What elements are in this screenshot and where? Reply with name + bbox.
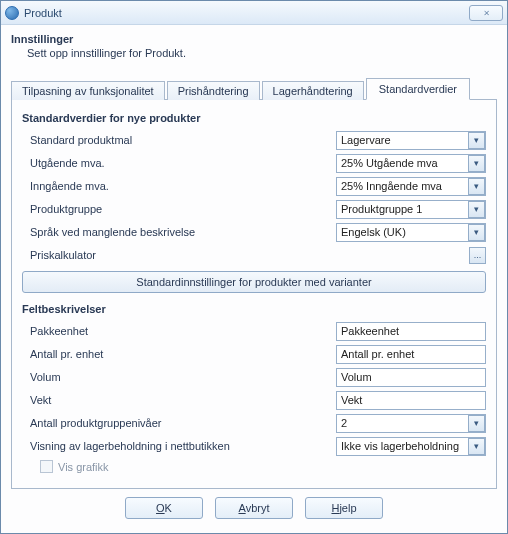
label-vat-out: Utgående mva.	[22, 157, 336, 169]
row-lang: Språk ved manglende beskrivelse Engelsk …	[22, 222, 486, 242]
label-template: Standard produktmal	[22, 134, 336, 146]
settings-subtitle: Sett opp innstillinger for Produkt.	[27, 47, 497, 59]
defaults-section-title: Standardverdier for nye produkter	[22, 112, 486, 124]
tab-pricing[interactable]: Prishåndtering	[167, 81, 260, 100]
help-button[interactable]: Hjelp	[305, 497, 383, 519]
row-volume: Volum Volum	[22, 367, 486, 387]
row-weight: Vekt Vekt	[22, 390, 486, 410]
label-group: Produktgruppe	[22, 203, 336, 215]
row-vat-out: Utgående mva. 25% Utgående mva ▾	[22, 153, 486, 173]
label-weight: Vekt	[22, 394, 336, 406]
chevron-down-icon: ▾	[468, 415, 485, 432]
variant-defaults-button[interactable]: Standardinnstillinger for produkter med …	[22, 271, 486, 293]
settings-heading: Innstillinger	[11, 33, 497, 45]
row-template: Standard produktmal Lagervare ▾	[22, 130, 486, 150]
tab-functionality[interactable]: Tilpasning av funksjonalitet	[11, 81, 165, 100]
dialog-footer: OK Avbryt Hjelp	[11, 489, 497, 529]
fields-section-title: Feltbeskrivelser	[22, 303, 486, 315]
label-show-graphics: Vis grafikk	[58, 461, 109, 473]
label-pack-unit: Pakkeenhet	[22, 325, 336, 337]
tab-inventory[interactable]: Lagerhåndtering	[262, 81, 364, 100]
close-button[interactable]: ⨉	[469, 5, 503, 21]
label-vat-in: Inngående mva.	[22, 180, 336, 192]
row-group: Produktgruppe Produktgruppe 1 ▾	[22, 199, 486, 219]
combo-vat-out[interactable]: 25% Utgående mva ▾	[336, 154, 486, 173]
chevron-down-icon: ▾	[468, 438, 485, 455]
checkbox-show-graphics[interactable]	[40, 460, 53, 473]
row-stock-show: Visning av lagerbeholdning i nettbutikke…	[22, 436, 486, 456]
row-per-unit: Antall pr. enhet Antall pr. enhet	[22, 344, 486, 364]
input-pack-unit[interactable]: Pakkeenhet	[336, 322, 486, 341]
pricecalc-browse-button[interactable]: ...	[469, 247, 486, 264]
chevron-down-icon: ▾	[468, 201, 485, 218]
label-group-levels: Antall produktgruppenivåer	[22, 417, 336, 429]
combo-vat-in[interactable]: 25% Inngående mva ▾	[336, 177, 486, 196]
cancel-button[interactable]: Avbryt	[215, 497, 293, 519]
input-volume[interactable]: Volum	[336, 368, 486, 387]
chevron-down-icon: ▾	[468, 155, 485, 172]
combo-lang[interactable]: Engelsk (UK) ▾	[336, 223, 486, 242]
chevron-down-icon: ▾	[468, 224, 485, 241]
tab-bar: Tilpasning av funksjonalitet Prishåndter…	[11, 77, 497, 100]
tab-panel-defaults: Standardverdier for nye produkter Standa…	[11, 100, 497, 489]
titlebar: Produkt ⨉	[1, 1, 507, 25]
combo-group[interactable]: Produktgruppe 1 ▾	[336, 200, 486, 219]
row-vat-in: Inngående mva. 25% Inngående mva ▾	[22, 176, 486, 196]
input-per-unit[interactable]: Antall pr. enhet	[336, 345, 486, 364]
combo-stock-show[interactable]: Ikke vis lagerbeholdning ▾	[336, 437, 486, 456]
label-volume: Volum	[22, 371, 336, 383]
chevron-down-icon: ▾	[468, 132, 485, 149]
row-show-graphics: Vis grafikk	[22, 460, 486, 473]
combo-group-levels[interactable]: 2 ▾	[336, 414, 486, 433]
label-stock-show: Visning av lagerbeholdning i nettbutikke…	[22, 440, 336, 452]
row-group-levels: Antall produktgruppenivåer 2 ▾	[22, 413, 486, 433]
row-pack-unit: Pakkeenhet Pakkeenhet	[22, 321, 486, 341]
row-pricecalc: Priskalkulator ...	[22, 245, 486, 265]
app-icon	[5, 6, 19, 20]
combo-template[interactable]: Lagervare ▾	[336, 131, 486, 150]
label-lang: Språk ved manglende beskrivelse	[22, 226, 336, 238]
tab-defaults[interactable]: Standardverdier	[366, 78, 470, 100]
window-title: Produkt	[24, 7, 62, 19]
input-weight[interactable]: Vekt	[336, 391, 486, 410]
close-icon: ⨉	[484, 7, 489, 17]
ok-button[interactable]: OK	[125, 497, 203, 519]
content-area: Innstillinger Sett opp innstillinger for…	[1, 25, 507, 533]
chevron-down-icon: ▾	[468, 178, 485, 195]
label-pricecalc: Priskalkulator	[22, 249, 336, 261]
dialog-window: Produkt ⨉ Innstillinger Sett opp innstil…	[0, 0, 508, 534]
label-per-unit: Antall pr. enhet	[22, 348, 336, 360]
